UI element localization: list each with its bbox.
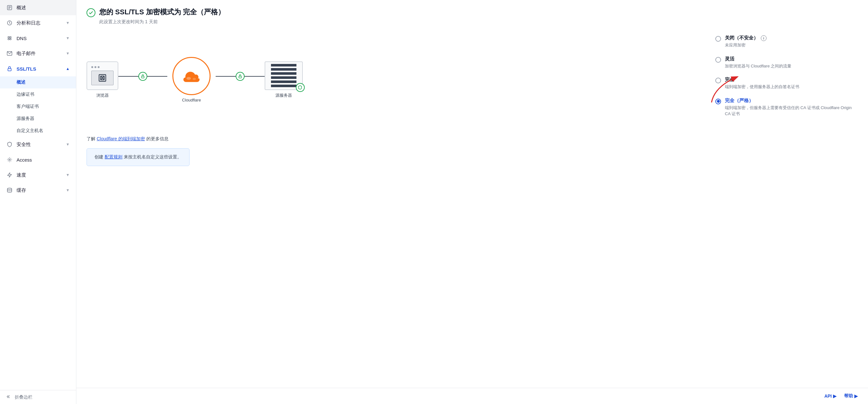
speed-icon — [6, 172, 13, 178]
help-label: 帮助 — [844, 393, 853, 399]
sidebar-item-label: DNS — [17, 36, 27, 41]
sidebar-item-cache[interactable]: 缓存 ▼ — [0, 183, 76, 198]
help-arrow-icon: ▶ — [854, 394, 858, 399]
server-line — [271, 72, 297, 75]
server-label: 源服务器 — [275, 93, 292, 98]
access-icon — [6, 156, 13, 163]
collapse-sidebar-button[interactable]: 折叠边栏 — [0, 390, 76, 404]
dns-icon — [6, 35, 13, 41]
option-full-strict-content: 完全（严格） 端到端加密，但服务器上需要有受信任的 CA 证书或 Cloudfl… — [725, 98, 858, 117]
sidebar-item-access[interactable]: Access — [0, 152, 76, 167]
lock-icon-2 — [236, 72, 245, 81]
config-box: 创建 配置规则 来按主机名自定义这些设置。 — [87, 148, 190, 166]
sidebar-item-security[interactable]: 安全性 ▼ — [0, 137, 76, 152]
server-line — [271, 68, 297, 71]
sidebar-item-label: 分析和日志 — [17, 20, 40, 26]
server-line — [271, 76, 297, 79]
radio-flexible[interactable] — [715, 57, 721, 63]
sidebar-item-label: 概述 — [17, 5, 26, 11]
svg-point-22 — [193, 78, 196, 80]
sidebar-item-dns[interactable]: DNS ▼ — [0, 31, 76, 46]
browser-dot — [94, 66, 96, 68]
learn-more-section: 了解 Cloudflare 的端到端加密 的更多信息 — [87, 136, 858, 142]
sidebar-sub-item-client-cert[interactable]: 客户端证书 — [0, 100, 76, 113]
ssl-diagram: 浏览器 — [87, 57, 303, 102]
sidebar-sub-item-custom-hostname[interactable]: 自定义主机名 — [0, 125, 76, 137]
sidebar: 概述 分析和日志 ▼ DNS ▼ 电子邮件 ▼ — [0, 0, 76, 404]
page-subtitle: 此设置上次更改时间为 1 天前 — [99, 19, 858, 25]
sidebar-item-label: Access — [17, 157, 32, 162]
sidebar-item-overview[interactable]: 概述 — [0, 0, 76, 15]
sidebar-ssl-section: SSL/TLS ▲ 概述 边缘证书 客户端证书 源服务器 自定义主机名 — [0, 61, 76, 137]
sidebar-sub-item-edge-cert[interactable]: 边缘证书 — [0, 88, 76, 100]
success-check-icon — [87, 8, 95, 17]
option-full-strict-title: 完全（严格） — [725, 98, 858, 104]
sidebar-sub-item-ssl-overview[interactable]: 概述 — [0, 76, 76, 88]
svg-rect-23 — [239, 76, 241, 78]
sidebar-sub-label: 边缘证书 — [17, 92, 34, 97]
api-link[interactable]: API ▶ — [825, 393, 837, 399]
option-off-title: 关闭（不安全） i — [725, 35, 767, 41]
chevron-down-icon: ▼ — [66, 188, 70, 192]
option-flexible: 灵活 加密浏览器与 Cloudflare 之间的流量 — [715, 56, 858, 69]
radio-full-strict[interactable] — [715, 99, 721, 104]
server-badge-icon — [296, 83, 305, 92]
server-line — [271, 81, 297, 83]
browser-icon — [91, 66, 114, 85]
server-line — [271, 64, 297, 66]
footer: API ▶ 帮助 ▶ — [76, 388, 868, 404]
option-full-strict: 完全（严格） 端到端加密，但服务器上需要有受信任的 CA 证书或 Cloudfl… — [715, 98, 858, 117]
server-box — [265, 61, 303, 90]
option-flexible-title: 灵活 — [725, 56, 792, 62]
collapse-label: 折叠边栏 — [14, 395, 32, 400]
option-full: 完全 端到端加密，使用服务器上的自签名证书 — [715, 77, 858, 90]
learn-more-text: 了解 — [87, 136, 95, 142]
cloudflare-node: Cloudflare — [173, 57, 211, 102]
learn-more-link[interactable]: Cloudflare 的端到端加密 — [97, 136, 145, 142]
sidebar-sub-label: 自定义主机名 — [17, 128, 43, 134]
svg-point-6 — [10, 37, 11, 38]
option-off: 关闭（不安全） i 未应用加密 — [715, 35, 858, 49]
server-line — [271, 85, 297, 87]
info-icon[interactable]: i — [761, 35, 767, 41]
line-browser-cf — [118, 76, 167, 77]
sidebar-item-label: SSL/TLS — [17, 66, 36, 71]
option-flexible-desc: 加密浏览器与 Cloudflare 之间的流量 — [725, 63, 792, 69]
options-section: 关闭（不安全） i 未应用加密 灵活 加密浏览器与 Cloudflare 之间的… — [705, 35, 858, 125]
sidebar-item-analytics[interactable]: 分析和日志 ▼ — [0, 15, 76, 31]
chevron-down-icon: ▼ — [66, 51, 70, 56]
api-label: API — [825, 394, 832, 399]
sidebar-item-speed[interactable]: 速度 ▼ — [0, 167, 76, 183]
collapse-icon — [6, 394, 11, 400]
sidebar-item-email[interactable]: 电子邮件 ▼ — [0, 46, 76, 61]
lock-icon — [6, 65, 13, 72]
config-text-prefix: 创建 — [94, 154, 103, 160]
cloudflare-circle — [173, 57, 211, 95]
browser-box — [87, 61, 118, 90]
sidebar-ssl-submenu: 概述 边缘证书 客户端证书 源服务器 自定义主机名 — [0, 76, 76, 137]
chevron-down-icon: ▼ — [66, 36, 70, 40]
lock-icon-1 — [138, 72, 147, 81]
option-flexible-content: 灵活 加密浏览器与 Cloudflare 之间的流量 — [725, 56, 792, 69]
svg-point-14 — [9, 159, 10, 161]
chevron-up-icon: ▲ — [66, 66, 70, 71]
sidebar-sub-item-origin-server[interactable]: 源服务器 — [0, 113, 76, 125]
browser-dot — [98, 66, 99, 68]
svg-point-7 — [8, 38, 9, 40]
browser-node: 浏览器 — [87, 61, 118, 98]
content-area: 您的 SSL/TLS 加密模式为 完全（严格） 此设置上次更改时间为 1 天前 — [76, 0, 868, 388]
sidebar-item-ssl-tls[interactable]: SSL/TLS ▲ — [0, 61, 76, 76]
help-link[interactable]: 帮助 ▶ — [844, 393, 858, 399]
sidebar-item-label: 安全性 — [17, 142, 31, 148]
config-link[interactable]: 配置规则 — [105, 154, 122, 160]
chevron-down-icon: ▼ — [66, 142, 70, 147]
learn-more-suffix: 的更多信息 — [146, 136, 168, 142]
radio-off[interactable] — [715, 36, 721, 42]
sidebar-item-label: 速度 — [17, 172, 26, 178]
radio-full[interactable] — [715, 77, 721, 83]
svg-point-5 — [8, 37, 9, 38]
svg-point-21 — [186, 77, 191, 80]
page-title: 您的 SSL/TLS 加密模式为 完全（严格） — [99, 8, 225, 17]
browser-dot — [91, 66, 93, 68]
chevron-down-icon: ▼ — [66, 21, 70, 25]
